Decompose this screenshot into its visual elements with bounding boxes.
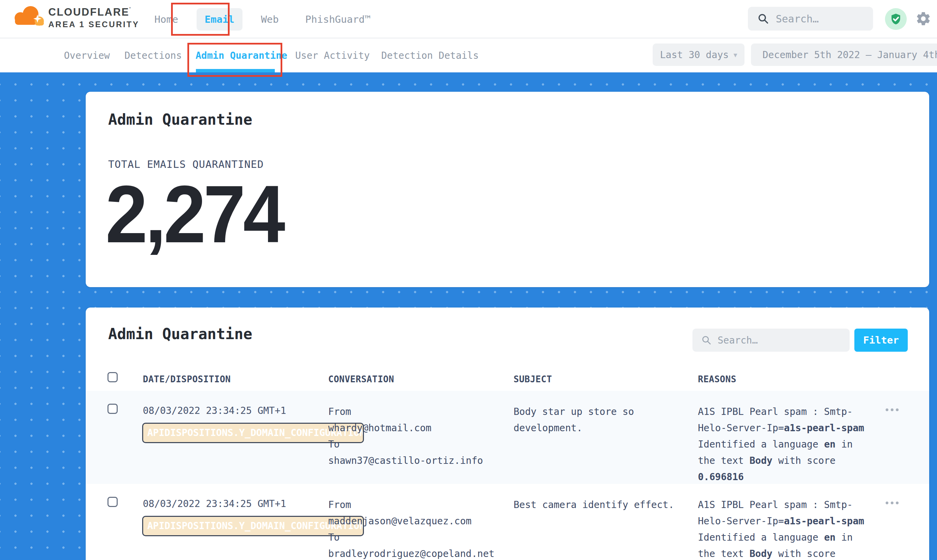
row-actions-button[interactable] — [886, 502, 898, 504]
row-conversation: From maddenjason@velazquez.com To bradle… — [328, 497, 494, 560]
col-header-conversation[interactable]: CONVERSATION — [328, 374, 394, 384]
date-range-preset-dropdown[interactable]: Last 30 days ▼ — [653, 43, 744, 66]
page: CLOUDFLARE' AREA 1 SECURITY Home Email W… — [0, 0, 937, 560]
conversation-to-label: To — [328, 436, 483, 452]
conversation-to-address: shawn37@castillo-ortiz.info — [328, 452, 483, 469]
protection-status-badge[interactable] — [885, 8, 907, 30]
settings-gear-icon[interactable] — [915, 11, 931, 26]
global-search[interactable] — [748, 7, 873, 31]
tab-detections[interactable]: Detections — [125, 38, 182, 72]
primary-nav: Home Email Web PhishGuard™ — [146, 0, 379, 38]
tab-user-activity[interactable]: User Activity — [295, 38, 370, 72]
row-actions-button[interactable] — [886, 408, 898, 411]
search-icon — [758, 13, 769, 25]
brand-name: CLOUDFLARE — [48, 6, 130, 18]
table-row[interactable]: 08/03/2022 23:34:25 GMT+1 APIDISPOSITION… — [86, 391, 929, 484]
nav-item-phishguard[interactable]: PhishGuard™ — [297, 8, 379, 31]
tab-admin-quarantine[interactable]: Admin Quarantine — [196, 38, 287, 72]
date-range-display[interactable]: December 5th 2022 — January 4th 2023 — [751, 43, 937, 66]
global-search-input[interactable] — [776, 13, 864, 25]
table-row[interactable]: 08/03/2022 23:34:25 GMT+1 APIDISPOSITION… — [86, 484, 929, 560]
date-range-preset-label: Last 30 days — [660, 49, 729, 60]
table-card-title: Admin Quarantine — [108, 325, 252, 343]
row-subject: Body star up store so development. — [514, 404, 684, 436]
email-section-tabbar: Overview Detections Admin Quarantine Use… — [0, 38, 937, 72]
search-icon — [701, 335, 712, 345]
quarantine-table-card: Admin Quarantine Filter DATE/DISPOSITION… — [86, 308, 929, 560]
quarantine-summary-card: Admin Quarantine TOTAL EMAILS QUARANTINE… — [86, 92, 929, 287]
row-conversation: From whardy@hotmail.com To shawn37@casti… — [328, 404, 483, 469]
select-all-checkbox[interactable] — [108, 372, 118, 382]
conversation-from-address: maddenjason@velazquez.com — [328, 513, 494, 529]
table-search[interactable] — [693, 329, 850, 352]
col-header-date-disposition[interactable]: DATE/DISPOSITION — [143, 374, 231, 384]
chevron-down-icon: ▼ — [733, 51, 737, 58]
tab-overview[interactable]: Overview — [64, 38, 110, 72]
row-reasons: A1S IPBL Pearl spam : Smtp-Helo-Server-I… — [698, 497, 888, 560]
table-search-input[interactable] — [718, 335, 830, 346]
nav-item-web[interactable]: Web — [253, 8, 287, 31]
row-date: 08/03/2022 23:34:25 GMT+1 — [143, 405, 286, 416]
row-checkbox[interactable] — [108, 497, 118, 507]
logo-text: CLOUDFLARE' AREA 1 SECURITY — [48, 6, 139, 29]
nav-item-home[interactable]: Home — [146, 8, 186, 31]
conversation-from-label: From — [328, 404, 483, 420]
main-content: Admin Quarantine TOTAL EMAILS QUARANTINE… — [0, 72, 937, 560]
tab-detection-details[interactable]: Detection Details — [381, 38, 479, 72]
row-checkbox[interactable] — [108, 404, 118, 414]
nav-item-email[interactable]: Email — [197, 8, 242, 31]
row-subject: Best camera identify effect. — [514, 497, 684, 513]
table-header-row: DATE/DISPOSITION CONVERSATION SUBJECT RE… — [86, 369, 929, 391]
top-header: CLOUDFLARE' AREA 1 SECURITY Home Email W… — [0, 0, 937, 38]
row-date: 08/03/2022 23:34:25 GMT+1 — [143, 498, 286, 509]
summary-card-title: Admin Quarantine — [108, 111, 252, 128]
date-range-text: December 5th 2022 — January 4th 2023 — [763, 49, 937, 60]
shield-check-icon — [889, 12, 902, 26]
col-header-reasons[interactable]: REASONS — [698, 374, 736, 384]
brand-subtitle: AREA 1 SECURITY — [48, 20, 139, 29]
cloudflare-cloud-icon — [12, 3, 46, 32]
brand-trademark: ' — [130, 6, 132, 12]
conversation-from-label: From — [328, 497, 494, 513]
col-header-subject[interactable]: SUBJECT — [514, 374, 552, 384]
filter-button[interactable]: Filter — [854, 329, 908, 352]
conversation-from-address: whardy@hotmail.com — [328, 420, 483, 436]
active-tab-indicator — [196, 69, 275, 72]
row-reasons: A1S IPBL Pearl spam : Smtp-Helo-Server-I… — [698, 404, 888, 485]
conversation-to-label: To — [328, 529, 494, 546]
cloudflare-area1-logo[interactable]: CLOUDFLARE' AREA 1 SECURITY — [12, 3, 139, 32]
conversation-to-address: bradleyrodriguez@copeland.net — [328, 546, 494, 560]
total-quarantined-value: 2,274 — [105, 173, 282, 255]
